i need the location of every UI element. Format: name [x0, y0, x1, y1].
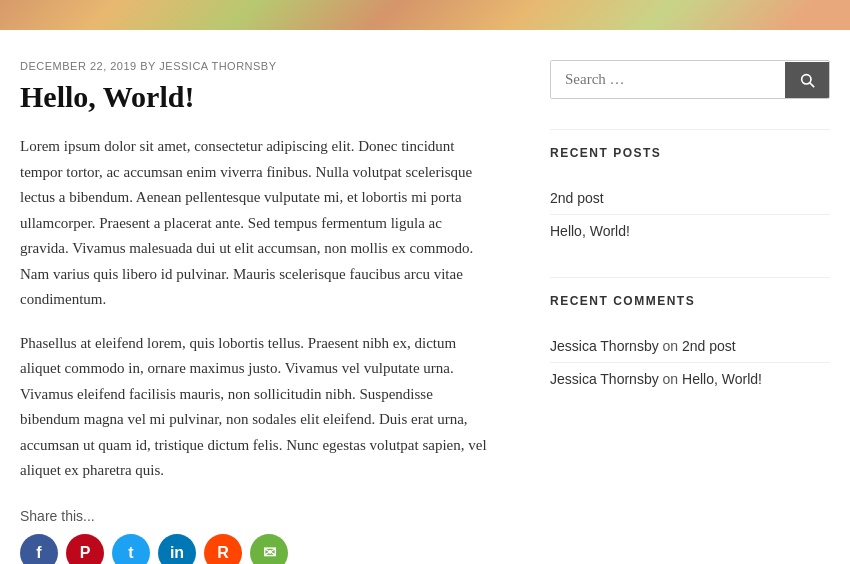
pinterest-share-icon[interactable]: P [66, 534, 104, 565]
search-icon [799, 72, 815, 88]
recent-comments-widget: Recent Comments Jessica Thornsby on 2nd … [550, 277, 830, 395]
recent-posts-list: 2nd post Hello, World! [550, 182, 830, 247]
recent-comments-title: Recent Comments [550, 294, 830, 316]
top-hero-image [0, 0, 850, 30]
main-content: December 22, 2019 by Jessica Thornsby He… [20, 60, 490, 564]
list-item: Hello, World! [550, 215, 830, 247]
comment-author-1: Jessica Thornsby [550, 338, 659, 354]
email-share-icon[interactable]: ✉ [250, 534, 288, 565]
list-item: Jessica Thornsby on Hello, World! [550, 363, 830, 395]
comment-on-2: on [663, 371, 682, 387]
recent-comments-list: Jessica Thornsby on 2nd post Jessica Tho… [550, 330, 830, 395]
twitter-share-icon[interactable]: t [112, 534, 150, 565]
post-date: December 22, 2019 [20, 60, 137, 72]
list-item: 2nd post [550, 182, 830, 215]
facebook-share-icon[interactable]: f [20, 534, 58, 565]
recent-post-link-2[interactable]: Hello, World! [550, 223, 630, 239]
comment-post-link-2[interactable]: Hello, World! [682, 371, 762, 387]
search-button[interactable] [785, 62, 829, 98]
post-by: by [140, 60, 155, 72]
share-label: Share this... [20, 508, 490, 524]
search-widget [550, 60, 830, 99]
comment-author-2: Jessica Thornsby [550, 371, 659, 387]
comment-post-link-1[interactable]: 2nd post [682, 338, 736, 354]
post-title: Hello, World! [20, 80, 490, 114]
reddit-share-icon[interactable]: R [204, 534, 242, 565]
share-icons: f P t in R ✉ [20, 534, 490, 565]
post-body: Lorem ipsum dolor sit amet, consectetur … [20, 134, 490, 484]
list-item: Jessica Thornsby on 2nd post [550, 330, 830, 363]
post-meta: December 22, 2019 by Jessica Thornsby [20, 60, 490, 72]
post-paragraph-1: Lorem ipsum dolor sit amet, consectetur … [20, 134, 490, 313]
comment-on-1: on [663, 338, 682, 354]
post-author: Jessica Thornsby [159, 60, 276, 72]
post-paragraph-2: Phasellus at eleifend lorem, quis lobort… [20, 331, 490, 484]
recent-posts-widget: Recent Posts 2nd post Hello, World! [550, 129, 830, 247]
search-box [550, 60, 830, 99]
recent-post-link-1[interactable]: 2nd post [550, 190, 604, 206]
recent-posts-title: Recent Posts [550, 146, 830, 168]
sidebar: Recent Posts 2nd post Hello, World! Rece… [550, 60, 830, 564]
share-section: Share this... f P t in R ✉ [20, 508, 490, 565]
linkedin-share-icon[interactable]: in [158, 534, 196, 565]
search-input[interactable] [551, 61, 785, 98]
svg-line-1 [810, 83, 814, 87]
